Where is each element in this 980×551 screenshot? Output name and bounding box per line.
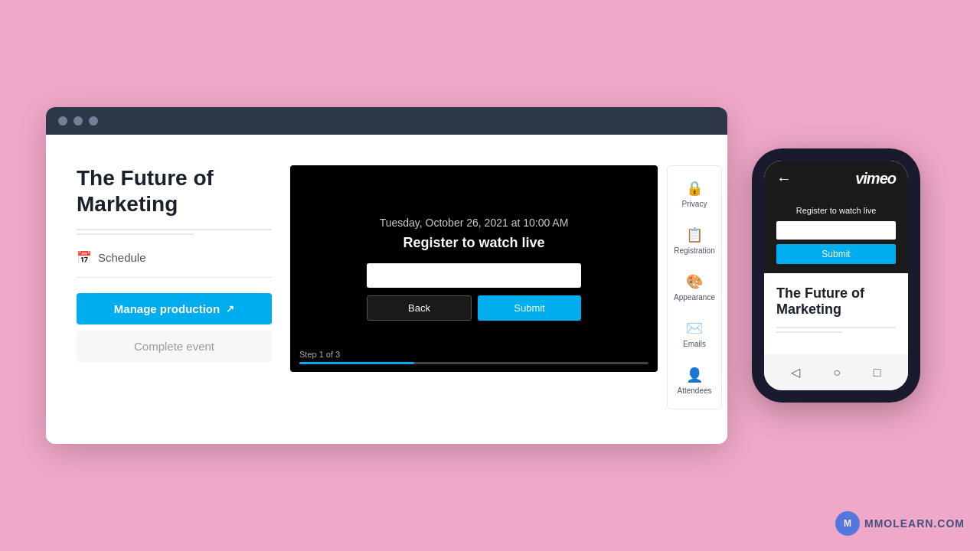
phone-email-input[interactable] xyxy=(776,221,896,240)
phone-register-title: Register to watch live xyxy=(776,206,896,215)
privacy-icon-item[interactable]: 🔒 Privacy xyxy=(671,172,718,216)
browser-dot-3 xyxy=(89,116,98,126)
progress-bar-fill xyxy=(299,362,414,364)
phone-back-button[interactable]: ← xyxy=(776,170,792,187)
watermark-logo: M xyxy=(835,511,860,536)
phone-recents-button[interactable]: □ xyxy=(874,366,881,380)
mobile-phone: ← vimeo Register to watch live Submit Th… xyxy=(752,148,920,403)
video-date: Tuesday, October 26, 2021 at 10:00 AM xyxy=(380,217,569,229)
video-progress: Step 1 of 3 xyxy=(290,344,658,372)
registration-label: Registration xyxy=(674,246,714,255)
phone-back-nav-button[interactable]: ◁ xyxy=(791,365,800,380)
video-area: Tuesday, October 26, 2021 at 10:00 AM Re… xyxy=(290,165,722,409)
emails-label: Emails xyxy=(683,340,706,348)
complete-btn-label: Complete event xyxy=(134,340,214,353)
emails-icon-item[interactable]: ✉️ Emails xyxy=(671,312,718,356)
browser-dot-1 xyxy=(58,116,67,126)
vimeo-logo: vimeo xyxy=(855,170,896,187)
browser-window: The Future of Marketing 📅 Schedule Manag… xyxy=(46,107,727,444)
watermark: M MMOLEARN.COM xyxy=(835,511,965,536)
manage-production-button[interactable]: Manage production ↗ xyxy=(77,293,272,324)
phone-divider-1 xyxy=(776,327,896,328)
browser-titlebar xyxy=(46,107,727,135)
appearance-icon: 🎨 xyxy=(686,273,703,290)
complete-event-button[interactable]: Complete event xyxy=(77,331,272,362)
phone-home-button[interactable]: ○ xyxy=(833,366,841,380)
appearance-label: Appearance xyxy=(674,293,715,302)
external-link-icon: ↗ xyxy=(226,303,234,315)
phone-event-title: The Future of Marketing xyxy=(776,285,896,318)
registration-icon-item[interactable]: 📋 Registration xyxy=(671,219,718,262)
video-email-input[interactable] xyxy=(367,263,581,288)
schedule-label: Schedule xyxy=(98,251,146,264)
browser-content: The Future of Marketing 📅 Schedule Manag… xyxy=(46,135,727,440)
title-divider-1 xyxy=(77,229,272,230)
watermark-text: MMOLEARN.COM xyxy=(864,517,965,530)
privacy-icon: 🔒 xyxy=(686,180,703,197)
submit-button[interactable]: Submit xyxy=(478,295,581,321)
progress-bar-bg xyxy=(299,362,648,364)
video-register-title: Register to watch live xyxy=(403,235,544,251)
attendees-label: Attendees xyxy=(677,386,711,395)
attendees-icon: 👤 xyxy=(686,367,703,383)
phone-register-area: Register to watch live Submit xyxy=(764,197,908,273)
phone-submit-button[interactable]: Submit xyxy=(776,244,896,264)
icon-sidebar: 🔒 Privacy 📋 Registration 🎨 Appearance ✉️… xyxy=(667,165,722,409)
manage-btn-label: Manage production xyxy=(114,302,220,315)
back-button[interactable]: Back xyxy=(367,295,472,321)
emails-icon: ✉️ xyxy=(686,320,703,337)
attendees-icon-item[interactable]: 👤 Attendees xyxy=(671,359,718,403)
calendar-icon: 📅 xyxy=(77,250,92,265)
title-divider-2 xyxy=(77,233,194,235)
phone-divider-2 xyxy=(776,331,842,333)
browser-dot-2 xyxy=(74,116,83,126)
video-buttons: Back Submit xyxy=(367,295,581,321)
privacy-label: Privacy xyxy=(682,200,707,208)
phone-header: ← vimeo xyxy=(764,161,908,197)
video-player: Tuesday, October 26, 2021 at 10:00 AM Re… xyxy=(290,165,658,372)
left-sidebar: The Future of Marketing 📅 Schedule Manag… xyxy=(77,165,272,362)
schedule-item: 📅 Schedule xyxy=(77,250,272,278)
scene: The Future of Marketing 📅 Schedule Manag… xyxy=(46,107,934,444)
progress-text: Step 1 of 3 xyxy=(299,350,648,359)
event-title: The Future of Marketing xyxy=(77,165,272,217)
registration-icon: 📋 xyxy=(686,227,703,243)
phone-content: The Future of Marketing xyxy=(764,273,908,354)
phone-nav: ◁ ○ □ xyxy=(764,354,908,390)
phone-screen: ← vimeo Register to watch live Submit Th… xyxy=(764,161,908,390)
appearance-icon-item[interactable]: 🎨 Appearance xyxy=(671,266,718,309)
